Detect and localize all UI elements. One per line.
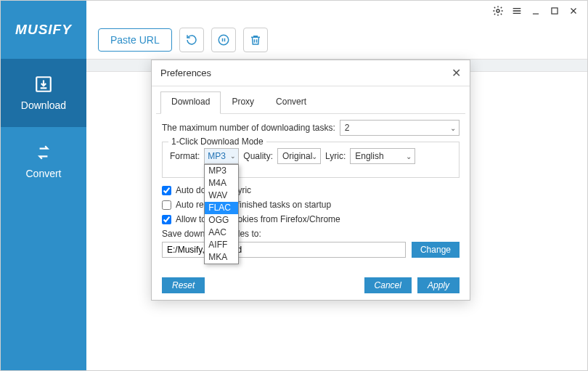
svg-point-3 <box>219 35 229 45</box>
quality-label: Quality: <box>243 151 273 161</box>
sidebar-item-download[interactable]: Download <box>1 59 86 127</box>
preferences-dialog: Preferences ✕ Download Proxy Convert The… <box>151 60 470 301</box>
lyric-label: Lyric: <box>325 151 346 161</box>
retry-button[interactable] <box>179 28 204 52</box>
convert-icon <box>34 143 53 162</box>
format-option[interactable]: WAV <box>205 189 238 202</box>
lyric-select[interactable]: English ⌄ <box>350 148 415 164</box>
tab-download[interactable]: Download <box>160 91 221 114</box>
delete-button[interactable] <box>243 28 268 52</box>
sidebar-item-convert[interactable]: Convert <box>1 127 86 195</box>
chevron-down-icon: ⌄ <box>311 152 317 160</box>
close-icon[interactable]: ✕ <box>452 66 461 80</box>
chevron-down-icon: ⌄ <box>450 124 456 132</box>
tab-convert[interactable]: Convert <box>265 91 317 114</box>
format-option[interactable]: OGG <box>205 214 238 227</box>
reset-button[interactable]: Reset <box>162 277 205 293</box>
dialog-title: Preferences <box>160 68 452 78</box>
format-label: Format: <box>170 151 200 161</box>
format-dropdown: MP3 M4A WAV FLAC OGG AAC AIFF MKA <box>204 164 239 264</box>
dialog-footer: Reset Cancel Apply <box>152 271 470 300</box>
allow-cookies-label: Allow to read cookies from Firefox/Chrom… <box>176 214 340 224</box>
chevron-down-icon: ⌄ <box>230 152 236 160</box>
change-button[interactable]: Change <box>412 242 460 258</box>
oneclick-fieldset: 1-Click Download Mode Format: MP3 ⌄ MP3 … <box>162 142 460 178</box>
sidebar-item-label: Convert <box>25 168 61 179</box>
brand-logo: MUSIFY <box>1 1 86 59</box>
dialog-body: The maximum number of downloading tasks:… <box>152 114 470 271</box>
dialog-tabs: Download Proxy Convert <box>156 91 465 114</box>
svg-rect-2 <box>552 8 558 14</box>
settings-icon[interactable] <box>491 4 505 17</box>
pause-button[interactable] <box>211 28 236 52</box>
tab-proxy[interactable]: Proxy <box>221 91 265 114</box>
format-option[interactable]: MKA <box>205 251 238 264</box>
maximize-icon[interactable] <box>548 4 561 17</box>
auto-resume-checkbox[interactable] <box>162 200 171 210</box>
sidebar-item-label: Download <box>21 99 66 111</box>
download-icon <box>34 75 53 94</box>
paste-url-button[interactable]: Paste URL <box>98 28 172 52</box>
format-option[interactable]: AIFF <box>205 239 238 251</box>
cancel-button[interactable]: Cancel <box>364 277 412 293</box>
save-path-input[interactable] <box>162 242 406 258</box>
max-tasks-label: The maximum number of downloading tasks: <box>162 123 335 133</box>
allow-cookies-checkbox[interactable] <box>162 215 171 224</box>
quality-select[interactable]: Original ⌄ <box>277 148 321 164</box>
dialog-header: Preferences ✕ <box>152 60 470 86</box>
format-select[interactable]: MP3 ⌄ <box>204 148 239 164</box>
apply-button[interactable]: Apply <box>417 277 460 293</box>
toolbar: Paste URL <box>86 21 587 59</box>
format-option[interactable]: AAC <box>205 227 238 239</box>
sidebar: MUSIFY Download Convert <box>1 1 86 370</box>
minimize-icon[interactable] <box>529 4 542 17</box>
oneclick-legend: 1-Click Download Mode <box>168 136 266 147</box>
titlebar <box>86 1 587 21</box>
svg-point-1 <box>497 9 499 12</box>
close-window-icon[interactable] <box>567 4 580 17</box>
menu-icon[interactable] <box>510 4 523 17</box>
format-option[interactable]: M4A <box>205 177 238 189</box>
format-option-selected[interactable]: FLAC <box>205 202 238 214</box>
format-option[interactable]: MP3 <box>205 165 238 177</box>
chevron-down-icon: ⌄ <box>406 152 412 160</box>
max-tasks-select[interactable]: 2 ⌄ <box>340 120 460 136</box>
auto-resume-label: Auto resume unfinished tasks on startup <box>176 200 331 210</box>
auto-download-lyric-checkbox[interactable] <box>162 186 171 195</box>
